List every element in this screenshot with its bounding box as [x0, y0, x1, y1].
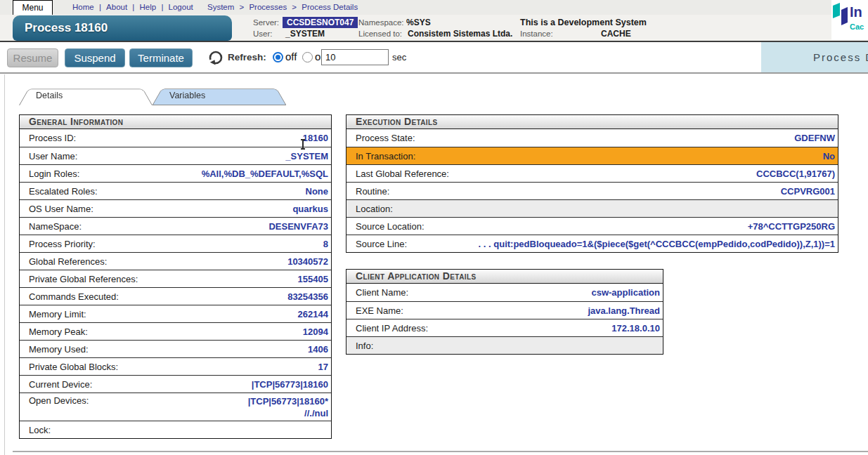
server-label: Server:: [253, 18, 279, 27]
tab-details[interactable]: Details: [19, 85, 153, 105]
field-label: Process State:: [356, 133, 415, 143]
refresh-off-radio[interactable]: [273, 52, 283, 62]
breadcrumb-link-processes[interactable]: Processes: [249, 3, 287, 11]
tab-variables[interactable]: Variables: [153, 85, 286, 105]
nav-link-help[interactable]: Help: [140, 3, 157, 11]
intersystems-cache-logo: In Cac: [831, 0, 868, 40]
dev-system-note: This is a Development System: [520, 18, 647, 27]
field-label: Memory Peak:: [29, 327, 88, 337]
field-value: No: [415, 151, 835, 161]
refresh-icon[interactable]: [208, 50, 224, 65]
terminate-button[interactable]: Terminate: [129, 48, 193, 67]
table-row: Process ID:18160: [20, 129, 331, 147]
nav-link-home[interactable]: Home: [72, 3, 94, 11]
separator: >: [234, 3, 249, 11]
field-label: In Transaction:: [356, 151, 415, 161]
table-row: Global References:10340572: [20, 252, 331, 270]
tab-variables-label: Variables: [169, 85, 205, 107]
logo-mark-icon: [831, 0, 848, 28]
refresh-interval-input[interactable]: [321, 49, 389, 65]
table-row: Client Name:csw-application: [346, 284, 663, 301]
table-row: Last Global Reference:CCCBCC(1,91767): [346, 164, 838, 182]
nav-link-about[interactable]: About: [106, 3, 127, 11]
top-bar: Menu Home | About | Help | Logout System…: [0, 0, 868, 15]
page-header: Process 18160 Server: CCSDESNOT047 User:…: [0, 15, 868, 41]
table-row: Login Roles:%All,%DB_%DEFAULT,%SQL: [20, 164, 331, 182]
text-cursor-artifact: [300, 139, 306, 150]
table-row: User Name:_SYSTEM: [20, 147, 331, 164]
table-row: Client IP Address:172.18.0.10: [346, 319, 663, 336]
logo-text-bottom: Cac: [850, 22, 864, 31]
refresh-on-radio[interactable]: [302, 52, 313, 62]
field-label: Source Location:: [356, 221, 425, 232]
nav-link-logout[interactable]: Logout: [169, 3, 193, 11]
field-value: 8: [96, 239, 328, 249]
field-value: None: [98, 186, 328, 197]
table-row: Routine:CCPVRG001: [346, 182, 838, 199]
sec-label: sec: [392, 52, 406, 62]
separator: >: [287, 3, 302, 11]
table-row: Private Global Blocks:17: [20, 357, 331, 375]
breadcrumb-link-process-details[interactable]: Process Details: [302, 3, 358, 11]
breadcrumb-link-system[interactable]: System: [207, 3, 234, 11]
field-value: +78^CCTTGP250RG: [425, 221, 835, 232]
field-label: Process Priority:: [29, 239, 96, 249]
breadcrumb: System > Processes > Process Details: [207, 0, 358, 15]
licensed-to-label: Licensed to:: [358, 29, 402, 38]
table-row: Source Location:+78^CCTTGP250RG: [346, 217, 838, 235]
field-value: %All,%DB_%DEFAULT,%SQL: [79, 169, 328, 179]
tab-details-label: Details: [36, 85, 63, 107]
table-row: Open Devices:|TCP|56773|18160*//./nul: [20, 393, 331, 421]
field-label: Private Global References:: [29, 274, 138, 284]
field-label: Lock:: [29, 425, 51, 435]
refresh-off-label[interactable]: off: [285, 51, 297, 62]
execution-details-rows: Process State:GDEFNWIn Transaction:NoLas…: [346, 129, 838, 252]
toolbar: Resume Suspend Terminate Refresh: off on…: [0, 42, 868, 74]
menu-button[interactable]: Menu: [13, 0, 53, 15]
ribbon-title: Process Details: [813, 51, 868, 63]
field-label: Client Name:: [356, 287, 408, 298]
separator: |: [94, 3, 106, 11]
general-information-header: General Information: [20, 115, 331, 129]
refresh-label: Refresh:: [228, 52, 266, 62]
field-value: csw-application: [408, 287, 660, 298]
field-value: |TCP|56773|18160: [92, 379, 328, 390]
user-label: User:: [253, 29, 272, 38]
table-row: Current Device:|TCP|56773|18160: [20, 375, 331, 393]
table-row: Escalated Roles:None: [20, 182, 331, 199]
field-value: quarkus: [93, 204, 328, 214]
field-label: EXE Name:: [356, 305, 403, 316]
field-label: OS User Name:: [29, 204, 93, 214]
table-row: Memory Limit:262144: [20, 305, 331, 322]
namespace-value: %SYS: [406, 18, 431, 27]
nav-links: Home | About | Help | Logout: [72, 0, 193, 15]
instance-label: Instance:: [520, 29, 553, 38]
field-label: Process ID:: [29, 133, 76, 143]
field-label: Private Global Blocks:: [29, 362, 118, 372]
field-label: Current Device:: [29, 379, 92, 390]
table-row: Location:: [346, 199, 838, 217]
field-value: java.lang.Thread: [403, 305, 660, 316]
field-label: Login Roles:: [29, 169, 79, 179]
page-title: Process 18160: [13, 15, 232, 41]
field-label: Routine:: [356, 186, 389, 197]
separator: |: [127, 3, 139, 11]
field-label: Commands Executed:: [29, 291, 119, 302]
field-label: Global References:: [29, 256, 107, 267]
field-value: 18160: [76, 133, 328, 143]
client-application-details-table: Client Application Details Client Name:c…: [346, 269, 663, 355]
general-information-rows: Process ID:18160User Name:_SYSTEMLogin R…: [20, 129, 331, 438]
field-value: GDEFNW: [415, 133, 835, 143]
field-label: Escalated Roles:: [29, 186, 98, 197]
field-label: Memory Limit:: [29, 309, 86, 319]
field-label: Info:: [356, 341, 373, 351]
execution-details-header: Execution Details: [346, 115, 838, 129]
table-row: Source Line:. . . quit:pedBloqueado=1&($…: [346, 235, 838, 252]
resume-button[interactable]: Resume: [7, 48, 58, 67]
field-value: 12094: [88, 327, 328, 337]
table-row: In Transaction:No: [346, 147, 838, 164]
instance-value: CACHE: [601, 29, 631, 39]
suspend-button[interactable]: Suspend: [65, 48, 125, 67]
field-value: |TCP|56773|18160*//./nul: [89, 395, 328, 419]
table-row: EXE Name:java.lang.Thread: [346, 301, 663, 319]
